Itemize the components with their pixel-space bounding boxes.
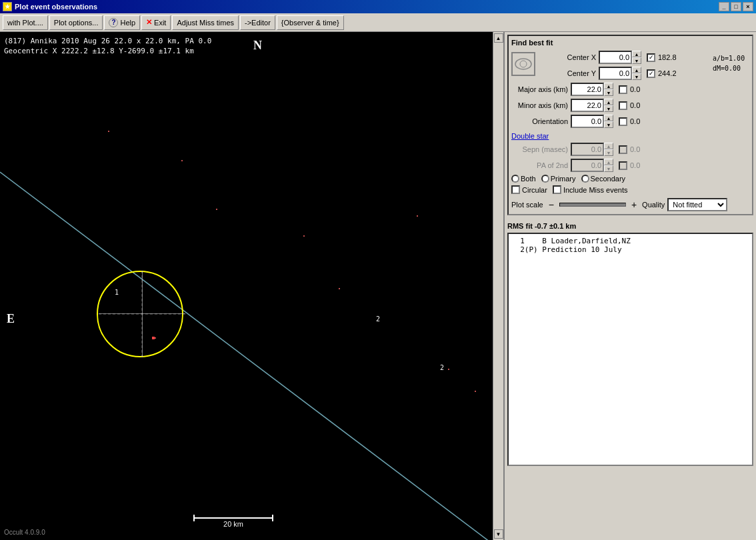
minor-axis-input[interactable] xyxy=(571,99,604,112)
pa2nd-result: 0.0 xyxy=(630,161,657,169)
center-x-checkbox[interactable]: ✓ xyxy=(647,53,655,62)
center-x-input[interactable] xyxy=(599,51,632,64)
plot-options-button[interactable]: Plot options... xyxy=(49,15,103,30)
close-button[interactable]: × xyxy=(743,2,753,11)
center-x-down[interactable]: ▼ xyxy=(632,57,641,64)
scroll-down-button[interactable]: ▼ xyxy=(494,529,503,539)
bottom-options: Circular Include Miss events xyxy=(511,185,749,194)
include-miss-checkbox[interactable] xyxy=(553,185,561,194)
center-y-input[interactable] xyxy=(599,67,632,80)
title-bar: ★ Plot event observations _ □ × xyxy=(0,0,756,13)
orientation-input[interactable] xyxy=(571,115,604,128)
exit-button[interactable]: ✕ Exit xyxy=(141,15,171,30)
radio-primary[interactable]: Primary xyxy=(541,175,576,183)
minor-axis-checkbox[interactable] xyxy=(619,101,627,110)
star xyxy=(216,209,217,210)
plot-area[interactable]: (817) Annika 2010 Aug 26 22.0 x 22.0 km,… xyxy=(0,32,503,540)
svg-point-4 xyxy=(520,61,527,67)
results-box: 1 B Loader,Darfield,NZ 2(P) Prediction 1… xyxy=(507,233,753,466)
sepn-input[interactable] xyxy=(571,143,604,156)
help-icon: ? xyxy=(109,18,118,27)
orientation-up[interactable]: ▲ xyxy=(604,115,613,121)
compass-n: N xyxy=(253,39,262,53)
scale-minus-button[interactable]: − xyxy=(547,199,555,210)
radio-secondary[interactable]: Secondary xyxy=(581,175,626,183)
center-x-up[interactable]: ▲ xyxy=(632,51,641,57)
asteroid-icon xyxy=(511,52,535,76)
sepn-up[interactable]: ▲ xyxy=(604,143,613,149)
pa2nd-input[interactable] xyxy=(571,159,604,172)
sepn-row: Sepn (masec) ▲ ▼ 0.0 xyxy=(511,143,749,156)
center-y-result: 244.2 xyxy=(658,69,685,77)
double-star-link[interactable]: Double star xyxy=(511,132,749,140)
find-best-fit-title: Find best fit xyxy=(511,39,749,47)
help-button[interactable]: ? Help xyxy=(104,15,140,30)
circular-option: Circular xyxy=(511,185,547,194)
star xyxy=(181,160,183,161)
window-icon: ★ xyxy=(3,2,12,11)
maximize-button[interactable]: □ xyxy=(731,2,741,11)
pa2nd-row: PA of 2nd ▲ ▼ 0.0 xyxy=(511,159,749,172)
radio-group: Both Primary Secondary xyxy=(511,175,749,183)
scale-label: 20 km xyxy=(223,520,243,528)
major-axis-up[interactable]: ▲ xyxy=(604,83,613,89)
minor-axis-down[interactable]: ▼ xyxy=(604,105,613,112)
quality-select[interactable]: Not fitted Good Fair Poor xyxy=(667,198,727,211)
with-plot-button[interactable]: with Plot.... xyxy=(3,15,48,30)
minor-axis-row: Minor axis (km) ▲ ▼ 0.0 xyxy=(511,99,749,112)
radio-both-btn[interactable] xyxy=(511,175,519,183)
pa2nd-down[interactable]: ▼ xyxy=(604,165,613,172)
center-x-result: 182.8 xyxy=(658,53,685,61)
sepn-down[interactable]: ▼ xyxy=(604,149,613,156)
circular-checkbox[interactable] xyxy=(511,185,520,194)
star xyxy=(448,369,449,370)
scrollbar[interactable]: ▲ ▼ xyxy=(493,32,503,540)
track-line xyxy=(0,32,503,540)
minor-axis-label: Minor axis (km) xyxy=(511,101,568,109)
orientation-down[interactable]: ▼ xyxy=(604,121,613,128)
adjust-miss-times-button[interactable]: Adjust Miss times xyxy=(172,15,239,30)
scale-line xyxy=(193,517,273,519)
svg-point-3 xyxy=(515,59,531,69)
editor-button[interactable]: ->Editor xyxy=(240,15,275,30)
radio-primary-btn[interactable] xyxy=(541,175,549,183)
radio-primary-label: Primary xyxy=(551,175,576,183)
sepn-result: 0.0 xyxy=(630,145,657,153)
star xyxy=(303,235,305,237)
occult-version: Occult 4.0.9.0 xyxy=(4,529,45,536)
radio-secondary-btn[interactable] xyxy=(581,175,589,183)
scale-plus-button[interactable]: + xyxy=(630,199,638,210)
scale-bar: 20 km xyxy=(193,517,273,528)
include-miss-option: Include Miss events xyxy=(553,185,628,194)
plot-info-line1: (817) Annika 2010 Aug 26 22.0 x 22.0 km,… xyxy=(4,36,211,46)
pa2nd-label: PA of 2nd xyxy=(511,161,568,169)
pa2nd-checkbox[interactable] xyxy=(619,161,627,170)
orientation-checkbox[interactable] xyxy=(619,117,627,126)
observer-time-button[interactable]: {Observer & time} xyxy=(277,15,344,30)
quality-label: Quality xyxy=(642,201,665,209)
sepn-checkbox[interactable] xyxy=(619,145,627,154)
center-y-down[interactable]: ▼ xyxy=(632,73,641,80)
find-best-fit-section: Find best fit Center X xyxy=(507,35,753,215)
major-axis-checkbox[interactable] xyxy=(619,85,627,94)
ratio-info: a/b=1.00 dM=0.00 xyxy=(713,53,749,73)
radio-both[interactable]: Both xyxy=(511,175,536,183)
rms-section: RMS fit -0.7 ±0.1 km 1 B Loader,Darfield… xyxy=(507,222,753,466)
center-y-checkbox[interactable]: ✓ xyxy=(647,69,655,78)
scale-track[interactable] xyxy=(559,203,626,207)
minor-axis-up[interactable]: ▲ xyxy=(604,99,613,105)
minimize-button[interactable]: _ xyxy=(719,2,729,11)
pa2nd-up[interactable]: ▲ xyxy=(604,159,613,165)
star xyxy=(108,131,109,132)
orientation-result: 0.0 xyxy=(630,117,657,125)
compass-e: E xyxy=(7,312,15,326)
crosshair-vertical xyxy=(142,271,143,357)
major-axis-down[interactable]: ▼ xyxy=(604,89,613,96)
scroll-up-button[interactable]: ▲ xyxy=(494,33,503,43)
center-y-up[interactable]: ▲ xyxy=(632,67,641,73)
minor-axis-result: 0.0 xyxy=(630,101,657,109)
major-axis-input[interactable] xyxy=(571,83,604,96)
exit-x-icon: ✕ xyxy=(146,18,152,27)
plot-scale-label: Plot scale xyxy=(511,201,543,209)
star xyxy=(417,215,418,217)
